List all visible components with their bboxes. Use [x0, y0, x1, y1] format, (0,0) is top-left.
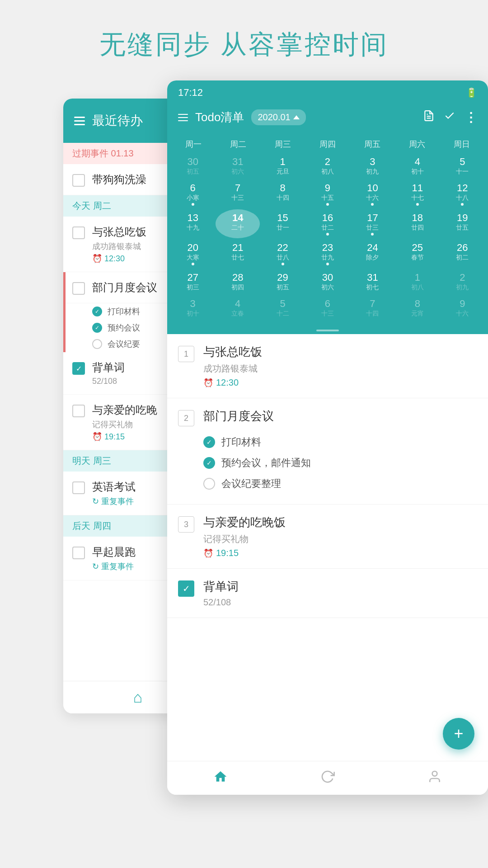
calendar-drag-bar[interactable]	[167, 326, 488, 334]
calendar-cell[interactable]: 15廿一	[261, 209, 305, 238]
subtask-label: 会议纪要整理	[221, 477, 281, 491]
subtask-checkbox[interactable]	[203, 478, 215, 490]
task-title: 背单词	[203, 579, 239, 594]
cal-day-num: 27	[173, 272, 213, 283]
calendar-cell[interactable]: 25春节	[395, 239, 439, 268]
task-checkbox[interactable]	[72, 481, 85, 494]
calendar-cell[interactable]: 8十四	[261, 179, 305, 208]
cal-day-cn: 初三	[173, 283, 213, 292]
calendar-cell[interactable]: 11十七	[395, 179, 439, 208]
task-location: 记得买礼物	[92, 419, 157, 430]
day-label-wed: 周三	[260, 137, 305, 151]
calendar-cell[interactable]: 27初三	[171, 269, 215, 294]
calendar-cell[interactable]: 28初四	[216, 269, 259, 294]
task-number: 2	[178, 410, 194, 426]
cloud-check-icon[interactable]	[444, 110, 455, 125]
calendar-cell[interactable]: 13十九	[171, 209, 215, 238]
cal-day-num: 4	[217, 298, 258, 310]
date-arrow-icon	[293, 115, 300, 119]
subtask-item[interactable]: 预约会议，邮件通知	[203, 453, 477, 473]
cal-day-cn: 廿七	[217, 254, 258, 262]
calendar-cell[interactable]: 2初九	[441, 269, 484, 294]
task-checkbox[interactable]	[72, 282, 85, 295]
subtask-item[interactable]: 会议纪要整理	[203, 473, 477, 494]
task-checkbox[interactable]	[72, 174, 85, 187]
calendar-cell[interactable]: 22廿八	[261, 239, 305, 268]
calendar-cell[interactable]: 5十二	[261, 295, 305, 321]
more-icon[interactable]: ⋮	[465, 110, 477, 125]
calendar-cell[interactable]: 17廿三	[351, 209, 394, 238]
calendar-cell[interactable]: 4立春	[216, 295, 259, 321]
calendar-cell[interactable]: 26初二	[441, 239, 484, 268]
calendar-cell[interactable]: 6十三	[305, 295, 349, 321]
calendar-cell[interactable]: 29初五	[261, 269, 305, 294]
calendar-cell[interactable]: 20大寒	[171, 239, 215, 268]
subtask-checkbox[interactable]	[92, 307, 102, 316]
subtask-checkbox[interactable]	[203, 436, 215, 448]
calendar-cell[interactable]: 31初七	[351, 269, 394, 294]
calendar-cell[interactable]: 3初九	[351, 153, 394, 179]
calendar-cell[interactable]: 16廿二	[305, 209, 349, 238]
nav-user[interactable]	[427, 769, 442, 784]
cal-day-cn: 十四	[263, 194, 303, 202]
calendar-cell[interactable]: 30初五	[171, 153, 215, 179]
calendar-cell[interactable]: 2初八	[305, 153, 349, 179]
calendar-cell[interactable]: 24除夕	[351, 239, 394, 268]
calendar-cell[interactable]: 9十五	[305, 179, 349, 208]
cal-day-num: 9	[442, 298, 483, 310]
task-progress: 52/108	[203, 597, 239, 608]
calendar-grid[interactable]: 30初五31初六1元旦2初八3初九4初十5十一6小寒7十三8十四9十五10十六1…	[167, 151, 488, 326]
calendar-cell[interactable]: 1元旦	[261, 153, 305, 179]
task-checkbox[interactable]	[72, 226, 85, 239]
task-checkbox-checked[interactable]: ✓	[178, 580, 194, 597]
calendar-cell[interactable]: 10十六	[351, 179, 394, 208]
left-home-icon[interactable]: ⌂	[133, 689, 143, 706]
cal-day-num: 3	[173, 298, 213, 310]
date-badge[interactable]: 2020.01	[251, 109, 305, 125]
cal-day-cn: 十四	[352, 310, 393, 318]
calendar-cell[interactable]: 6小寒	[171, 179, 215, 208]
calendar-cell[interactable]: 21廿七	[216, 239, 259, 268]
nav-home[interactable]	[213, 769, 228, 784]
task-checkbox[interactable]	[72, 362, 85, 375]
calendar-cell[interactable]: 31初六	[216, 153, 259, 179]
drag-indicator	[316, 330, 339, 331]
calendar-cell[interactable]: 5十一	[441, 153, 484, 179]
calendar-cell[interactable]: 8元宵	[395, 295, 439, 321]
nav-refresh[interactable]	[320, 769, 335, 784]
calendar-cell[interactable]: 4初十	[395, 153, 439, 179]
cal-day-num: 12	[442, 182, 483, 194]
bottom-nav	[167, 761, 488, 795]
cal-day-num: 5	[442, 156, 483, 168]
add-task-button[interactable]: +	[443, 718, 474, 750]
subtask-checkbox[interactable]	[203, 457, 215, 469]
list-item[interactable]: 3 与亲爱的吃晚饭 记得买礼物 19:15	[167, 505, 488, 569]
calendar-cell[interactable]: 3初十	[171, 295, 215, 321]
cal-day-cn: 廿八	[263, 254, 303, 262]
menu-icon[interactable]	[178, 114, 188, 121]
calendar-cell[interactable]: 7十三	[216, 179, 259, 208]
status-bar: 17:12 🔋	[167, 80, 488, 102]
cal-day-cn: 初十	[173, 310, 213, 318]
calendar-cell[interactable]: 7十四	[351, 295, 394, 321]
list-item[interactable]: 1 与张总吃饭 成功路银泰城 12:30	[167, 334, 488, 398]
calendar-cell[interactable]: 23廿九	[305, 239, 349, 268]
list-item[interactable]: 2 部门月度会议 打印材料 预约会议，邮件通知	[167, 398, 488, 505]
calendar-cell[interactable]: 19廿五	[441, 209, 484, 238]
calendar-cell[interactable]: 9十六	[441, 295, 484, 321]
cal-day-num: 13	[173, 212, 213, 224]
subtask-checkbox[interactable]	[92, 339, 102, 349]
calendar-cell[interactable]: 1初八	[395, 269, 439, 294]
calendar-cell[interactable]: 30初六	[305, 269, 349, 294]
subtask-item[interactable]: 打印材料	[203, 432, 477, 453]
list-item[interactable]: ✓ 背单词 52/108	[167, 569, 488, 618]
calendar-cell[interactable]: 14二十	[216, 209, 259, 238]
app-header: Todo清单 2020.01	[167, 102, 488, 134]
left-menu-icon[interactable]	[74, 117, 85, 125]
calendar-cell[interactable]: 18廿四	[395, 209, 439, 238]
subtask-checkbox[interactable]	[92, 323, 102, 333]
calendar-cell[interactable]: 12十八	[441, 179, 484, 208]
task-checkbox[interactable]	[72, 547, 85, 559]
task-checkbox[interactable]	[72, 405, 85, 417]
clip-icon[interactable]	[423, 110, 435, 125]
